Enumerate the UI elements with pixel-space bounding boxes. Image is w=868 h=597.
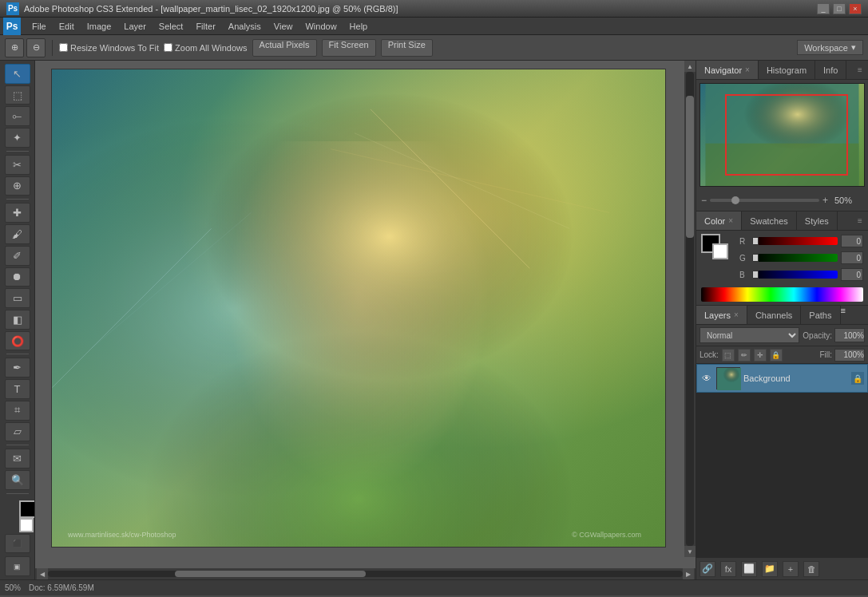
layer-style-icon[interactable]: fx [720, 561, 736, 577]
print-size-button[interactable]: Print Size [381, 39, 433, 57]
tool-history[interactable]: ⏺ [5, 267, 30, 287]
navigator-panel-options[interactable]: ≡ [852, 61, 868, 79]
resize-windows-check[interactable]: Resize Windows To Fit [59, 43, 159, 53]
layers-panel-options[interactable]: ≡ [841, 306, 846, 324]
tool-lasso[interactable]: ⟜ [5, 106, 30, 126]
menu-edit[interactable]: Edit [53, 20, 81, 33]
scroll-h-track[interactable] [48, 571, 683, 577]
menu-help[interactable]: Help [343, 20, 375, 33]
lock-all-icon[interactable]: 🔒 [770, 349, 783, 362]
layer-new-icon[interactable]: + [783, 561, 799, 577]
tool-pen[interactable]: ✒ [5, 358, 30, 378]
scroll-v-track[interactable] [686, 72, 694, 546]
tool-eraser[interactable]: ▭ [5, 288, 30, 308]
tool-heal[interactable]: ✚ [5, 203, 30, 223]
scroll-up-arrow[interactable]: ▲ [684, 61, 696, 72]
menu-layer[interactable]: Layer [117, 20, 153, 33]
close-button[interactable]: × [849, 3, 862, 14]
tool-brush[interactable]: 🖌 [5, 224, 30, 244]
tool-type[interactable]: T [5, 379, 30, 399]
layer-visibility-icon[interactable]: 👁 [700, 372, 713, 385]
color-background-box[interactable] [712, 243, 728, 259]
menu-filter[interactable]: Filter [189, 20, 221, 33]
tab-histogram[interactable]: Histogram [759, 61, 815, 79]
layer-background[interactable]: 👁 Background 🔒 [696, 364, 868, 393]
fit-screen-button[interactable]: Fit Screen [322, 39, 376, 57]
tool-notes[interactable]: ✉ [5, 449, 30, 469]
color-r-track[interactable] [752, 237, 838, 245]
zoom-all-check[interactable]: Zoom All Windows [164, 43, 247, 53]
maximize-button[interactable]: □ [833, 3, 846, 14]
navigator-preview[interactable] [700, 83, 865, 187]
tool-screen-mode[interactable]: ▣ [5, 556, 30, 576]
layer-group-icon[interactable]: 📁 [762, 561, 778, 577]
scroll-down-arrow[interactable]: ▼ [684, 546, 696, 557]
scroll-h-thumb[interactable] [175, 571, 366, 577]
navigator-close-icon[interactable]: × [745, 65, 750, 74]
menu-image[interactable]: Image [81, 20, 118, 33]
scroll-left-arrow[interactable]: ◀ [37, 568, 48, 579]
tool-clone[interactable]: ✐ [5, 246, 30, 266]
color-spectrum-bar[interactable] [701, 287, 863, 302]
resize-windows-checkbox[interactable] [59, 43, 68, 52]
zoom-out-icon[interactable]: ⊖ [26, 38, 46, 57]
window-controls[interactable]: _ □ × [817, 3, 862, 14]
tool-gradient[interactable]: ◧ [5, 310, 30, 330]
opacity-input[interactable]: 100% [834, 328, 865, 342]
tab-styles[interactable]: Styles [797, 212, 838, 230]
tool-dodge[interactable]: ⭕ [5, 331, 30, 351]
tab-channels[interactable]: Channels [747, 306, 801, 324]
canvas-container[interactable]: www.martinlisec.sk/cw-Photoshop © CGWall… [35, 61, 696, 568]
scroll-v-thumb[interactable] [686, 96, 694, 238]
blend-mode-select[interactable]: Normal [700, 327, 799, 343]
zoom-track[interactable] [710, 199, 819, 202]
lock-image-icon[interactable]: ✏ [738, 349, 751, 362]
tool-magic-wand[interactable]: ✦ [5, 128, 30, 148]
zoom-thumb[interactable] [731, 196, 739, 204]
lock-position-icon[interactable]: ✛ [754, 349, 767, 362]
scroll-right-arrow[interactable]: ▶ [683, 568, 694, 579]
minimize-button[interactable]: _ [817, 3, 830, 14]
layer-link-icon[interactable]: 🔗 [700, 561, 715, 577]
menu-view[interactable]: View [268, 20, 299, 33]
tool-move[interactable]: ↖ [5, 64, 30, 84]
color-g-value[interactable]: 0 [841, 251, 863, 264]
workspace-button[interactable]: Workspace ▾ [797, 40, 863, 55]
color-close-icon[interactable]: × [728, 216, 733, 225]
zoom-in-icon[interactable]: ⊕ [5, 38, 24, 57]
zoom-all-checkbox[interactable] [164, 43, 172, 52]
menu-analysis[interactable]: Analysis [222, 20, 268, 33]
tab-info[interactable]: Info [815, 61, 846, 79]
tab-navigator[interactable]: Navigator × [696, 61, 759, 79]
color-b-track[interactable] [752, 271, 838, 279]
actual-pixels-button[interactable]: Actual Pixels [252, 39, 317, 57]
color-g-track[interactable] [752, 254, 838, 262]
nav-zoom-plus-icon[interactable]: + [822, 195, 828, 206]
layers-close-icon[interactable]: × [734, 310, 739, 319]
background-color[interactable] [19, 518, 34, 532]
tool-shape[interactable]: ▱ [5, 422, 30, 442]
tab-paths[interactable]: Paths [801, 306, 840, 324]
color-r-value[interactable]: 0 [841, 235, 863, 247]
tool-eyedropper[interactable]: ⊕ [5, 176, 30, 196]
nav-zoom-minus-icon[interactable]: − [701, 195, 707, 206]
canvas-vertical-scrollbar[interactable]: ▲ ▼ [684, 61, 696, 557]
tool-zoom[interactable]: 🔍 [5, 470, 30, 490]
layer-delete-icon[interactable]: 🗑 [803, 561, 819, 577]
tab-swatches[interactable]: Swatches [742, 212, 797, 230]
menu-select[interactable]: Select [153, 20, 190, 33]
menu-window[interactable]: Window [299, 20, 343, 33]
menu-file[interactable]: File [26, 20, 53, 33]
foreground-color[interactable] [19, 500, 36, 518]
fill-input[interactable] [834, 349, 865, 362]
color-b-value[interactable]: 0 [841, 268, 863, 281]
canvas-horizontal-scrollbar[interactable]: ◀ ▶ [35, 568, 696, 579]
tab-layers[interactable]: Layers × [696, 306, 747, 324]
tool-quick-mask[interactable]: ⬛ [5, 534, 30, 554]
color-panel-options[interactable]: ≡ [852, 212, 868, 230]
color-r-thumb[interactable] [752, 237, 759, 245]
color-b-thumb[interactable] [752, 271, 759, 279]
tool-crop[interactable]: ✂ [5, 155, 30, 175]
tool-marquee[interactable]: ⬚ [5, 85, 30, 105]
layer-mask-icon[interactable]: ⬜ [741, 561, 757, 577]
